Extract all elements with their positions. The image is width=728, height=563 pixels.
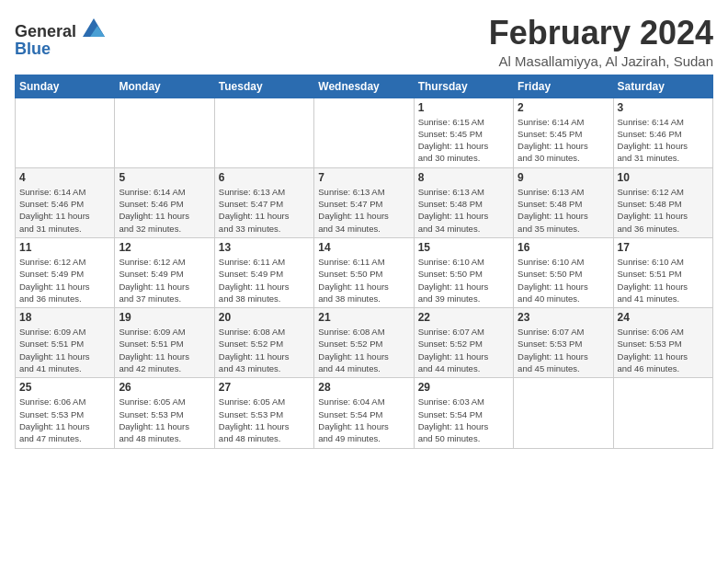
- day-number: 3: [618, 101, 709, 114]
- day-info: Sunrise: 6:13 AM Sunset: 5:47 PM Dayligh…: [219, 186, 310, 235]
- header: General Blue February 2024 Al Masallamiy…: [15, 15, 713, 69]
- table-cell: 19Sunrise: 6:09 AM Sunset: 5:51 PM Dayli…: [115, 308, 214, 378]
- table-cell: 29Sunrise: 6:03 AM Sunset: 5:54 PM Dayli…: [414, 378, 513, 448]
- day-info: Sunrise: 6:12 AM Sunset: 5:48 PM Dayligh…: [618, 186, 709, 235]
- day-number: 21: [318, 311, 409, 324]
- day-info: Sunrise: 6:10 AM Sunset: 5:50 PM Dayligh…: [518, 256, 609, 304]
- header-day-thursday: Thursday: [414, 75, 513, 98]
- day-number: 23: [518, 311, 609, 324]
- table-cell: [115, 98, 214, 167]
- day-number: 24: [618, 311, 709, 324]
- day-number: 22: [418, 311, 509, 324]
- day-info: Sunrise: 6:11 AM Sunset: 5:49 PM Dayligh…: [219, 256, 310, 304]
- day-number: 1: [418, 101, 509, 114]
- logo: General Blue: [15, 18, 105, 57]
- table-cell: 13Sunrise: 6:11 AM Sunset: 5:49 PM Dayli…: [214, 237, 313, 307]
- day-info: Sunrise: 6:08 AM Sunset: 5:52 PM Dayligh…: [219, 326, 310, 374]
- table-cell: 1Sunrise: 6:15 AM Sunset: 5:45 PM Daylig…: [414, 98, 513, 167]
- table-cell: [214, 98, 313, 167]
- table-cell: 2Sunrise: 6:14 AM Sunset: 5:45 PM Daylig…: [514, 98, 613, 167]
- calendar-week-5: 25Sunrise: 6:06 AM Sunset: 5:53 PM Dayli…: [16, 378, 713, 448]
- table-cell: [514, 378, 613, 448]
- table-cell: 6Sunrise: 6:13 AM Sunset: 5:47 PM Daylig…: [214, 167, 313, 237]
- day-number: 10: [618, 171, 709, 184]
- day-number: 6: [219, 171, 310, 184]
- table-cell: 17Sunrise: 6:10 AM Sunset: 5:51 PM Dayli…: [613, 237, 712, 307]
- day-info: Sunrise: 6:09 AM Sunset: 5:51 PM Dayligh…: [119, 326, 210, 374]
- table-cell: 11Sunrise: 6:12 AM Sunset: 5:49 PM Dayli…: [16, 237, 115, 307]
- calendar-table: SundayMondayTuesdayWednesdayThursdayFrid…: [15, 75, 713, 449]
- table-cell: 16Sunrise: 6:10 AM Sunset: 5:50 PM Dayli…: [514, 237, 613, 307]
- day-info: Sunrise: 6:09 AM Sunset: 5:51 PM Dayligh…: [19, 326, 110, 374]
- day-info: Sunrise: 6:08 AM Sunset: 5:52 PM Dayligh…: [318, 326, 409, 374]
- table-cell: 21Sunrise: 6:08 AM Sunset: 5:52 PM Dayli…: [314, 308, 414, 378]
- header-day-tuesday: Tuesday: [214, 75, 313, 98]
- header-day-wednesday: Wednesday: [314, 75, 414, 98]
- calendar-week-2: 4Sunrise: 6:14 AM Sunset: 5:46 PM Daylig…: [16, 167, 713, 237]
- day-info: Sunrise: 6:03 AM Sunset: 5:54 PM Dayligh…: [418, 396, 509, 444]
- day-info: Sunrise: 6:12 AM Sunset: 5:49 PM Dayligh…: [19, 256, 110, 304]
- day-number: 7: [318, 171, 409, 184]
- day-number: 17: [618, 241, 709, 254]
- day-info: Sunrise: 6:06 AM Sunset: 5:53 PM Dayligh…: [618, 326, 709, 374]
- table-cell: 14Sunrise: 6:11 AM Sunset: 5:50 PM Dayli…: [314, 237, 414, 307]
- title-area: February 2024 Al Masallamiyya, Al Jazira…: [489, 15, 713, 69]
- day-info: Sunrise: 6:14 AM Sunset: 5:45 PM Dayligh…: [518, 116, 609, 165]
- table-cell: 12Sunrise: 6:12 AM Sunset: 5:49 PM Dayli…: [115, 237, 214, 307]
- day-number: 5: [119, 171, 210, 184]
- table-cell: 9Sunrise: 6:13 AM Sunset: 5:48 PM Daylig…: [514, 167, 613, 237]
- day-number: 15: [418, 241, 509, 254]
- day-number: 28: [318, 381, 409, 394]
- day-info: Sunrise: 6:10 AM Sunset: 5:50 PM Dayligh…: [418, 256, 509, 304]
- day-info: Sunrise: 6:11 AM Sunset: 5:50 PM Dayligh…: [318, 256, 409, 304]
- day-number: 19: [119, 311, 210, 324]
- table-cell: 4Sunrise: 6:14 AM Sunset: 5:46 PM Daylig…: [16, 167, 115, 237]
- table-cell: 26Sunrise: 6:05 AM Sunset: 5:53 PM Dayli…: [115, 378, 214, 448]
- month-title: February 2024: [489, 15, 713, 52]
- header-day-sunday: Sunday: [16, 75, 115, 98]
- day-info: Sunrise: 6:15 AM Sunset: 5:45 PM Dayligh…: [418, 116, 509, 165]
- day-info: Sunrise: 6:04 AM Sunset: 5:54 PM Dayligh…: [318, 396, 409, 444]
- day-number: 13: [219, 241, 310, 254]
- logo-icon: [83, 18, 105, 37]
- table-cell: 22Sunrise: 6:07 AM Sunset: 5:52 PM Dayli…: [414, 308, 513, 378]
- day-number: 20: [219, 311, 310, 324]
- table-cell: [16, 98, 115, 167]
- calendar-week-1: 1Sunrise: 6:15 AM Sunset: 5:45 PM Daylig…: [16, 98, 713, 167]
- table-cell: 28Sunrise: 6:04 AM Sunset: 5:54 PM Dayli…: [314, 378, 414, 448]
- day-info: Sunrise: 6:14 AM Sunset: 5:46 PM Dayligh…: [618, 116, 709, 165]
- day-number: 12: [119, 241, 210, 254]
- table-cell: 15Sunrise: 6:10 AM Sunset: 5:50 PM Dayli…: [414, 237, 513, 307]
- table-cell: [613, 378, 712, 448]
- header-day-friday: Friday: [514, 75, 613, 98]
- day-number: 9: [518, 171, 609, 184]
- calendar-week-3: 11Sunrise: 6:12 AM Sunset: 5:49 PM Dayli…: [16, 237, 713, 307]
- table-cell: 25Sunrise: 6:06 AM Sunset: 5:53 PM Dayli…: [16, 378, 115, 448]
- day-number: 2: [518, 101, 609, 114]
- header-day-monday: Monday: [115, 75, 214, 98]
- day-info: Sunrise: 6:05 AM Sunset: 5:53 PM Dayligh…: [219, 396, 310, 444]
- table-cell: 27Sunrise: 6:05 AM Sunset: 5:53 PM Dayli…: [214, 378, 313, 448]
- table-cell: [314, 98, 414, 167]
- logo-general: General: [15, 22, 76, 40]
- day-number: 29: [418, 381, 509, 394]
- day-number: 26: [119, 381, 210, 394]
- day-info: Sunrise: 6:07 AM Sunset: 5:53 PM Dayligh…: [518, 326, 609, 374]
- day-number: 16: [518, 241, 609, 254]
- day-info: Sunrise: 6:10 AM Sunset: 5:51 PM Dayligh…: [618, 256, 709, 304]
- day-number: 8: [418, 171, 509, 184]
- day-info: Sunrise: 6:13 AM Sunset: 5:48 PM Dayligh…: [518, 186, 609, 235]
- table-cell: 20Sunrise: 6:08 AM Sunset: 5:52 PM Dayli…: [214, 308, 313, 378]
- day-number: 14: [318, 241, 409, 254]
- day-info: Sunrise: 6:07 AM Sunset: 5:52 PM Dayligh…: [418, 326, 509, 374]
- day-number: 4: [19, 171, 110, 184]
- day-info: Sunrise: 6:12 AM Sunset: 5:49 PM Dayligh…: [119, 256, 210, 304]
- day-info: Sunrise: 6:13 AM Sunset: 5:47 PM Dayligh…: [318, 186, 409, 235]
- day-info: Sunrise: 6:13 AM Sunset: 5:48 PM Dayligh…: [418, 186, 509, 235]
- table-cell: 24Sunrise: 6:06 AM Sunset: 5:53 PM Dayli…: [613, 308, 712, 378]
- location-title: Al Masallamiyya, Al Jazirah, Sudan: [489, 53, 713, 69]
- logo-blue: Blue: [15, 40, 105, 57]
- day-info: Sunrise: 6:05 AM Sunset: 5:53 PM Dayligh…: [119, 396, 210, 444]
- table-cell: 7Sunrise: 6:13 AM Sunset: 5:47 PM Daylig…: [314, 167, 414, 237]
- table-cell: 3Sunrise: 6:14 AM Sunset: 5:46 PM Daylig…: [613, 98, 712, 167]
